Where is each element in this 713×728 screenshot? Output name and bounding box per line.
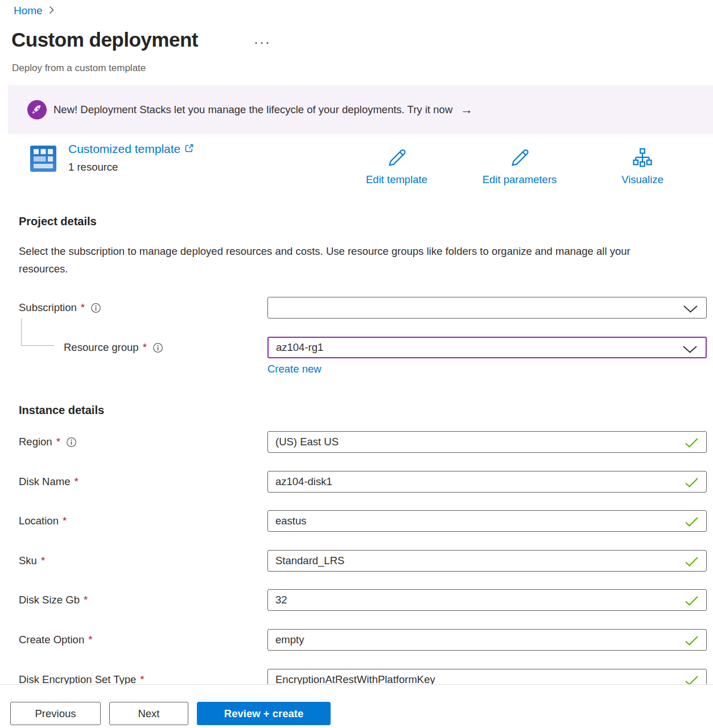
required-asterisk: * bbox=[56, 436, 60, 448]
location-row: Location * eastus bbox=[0, 510, 713, 532]
required-asterisk: * bbox=[41, 555, 45, 567]
edit-template-button[interactable]: Edit template bbox=[348, 147, 445, 186]
template-icon bbox=[30, 145, 57, 175]
page-subtitle: Deploy from a custom template bbox=[12, 63, 146, 74]
disk-size-input[interactable]: 32 bbox=[267, 589, 707, 611]
org-chart-icon bbox=[631, 162, 654, 171]
resource-group-label: Resource group * bbox=[64, 337, 163, 358]
sku-row: Sku * Standard_LRS bbox=[0, 550, 713, 572]
disk-size-label: Disk Size Gb * bbox=[19, 589, 88, 611]
pencil-icon bbox=[508, 162, 531, 171]
rocket-icon bbox=[27, 100, 47, 119]
review-create-button[interactable]: Review + create bbox=[197, 702, 331, 725]
location-label: Location * bbox=[19, 510, 67, 532]
visualize-label: Visualize bbox=[594, 173, 691, 186]
create-new-link[interactable]: Create new bbox=[267, 363, 322, 375]
more-menu-icon[interactable]: ··· bbox=[254, 34, 271, 50]
region-label: Region * bbox=[19, 431, 77, 453]
valid-check-icon bbox=[685, 595, 699, 609]
edit-template-label: Edit template bbox=[348, 173, 445, 186]
disk-size-row: Disk Size Gb * 32 bbox=[0, 589, 713, 611]
instance-details-heading: Instance details bbox=[19, 404, 104, 417]
customized-template-link[interactable]: Customized template bbox=[68, 142, 194, 156]
info-icon[interactable] bbox=[66, 437, 77, 448]
info-icon[interactable] bbox=[90, 303, 101, 313]
required-asterisk: * bbox=[74, 475, 78, 488]
disk-name-input[interactable]: az104-disk1 bbox=[267, 471, 707, 493]
banner-message: New! Deployment Stacks let you manage th… bbox=[53, 104, 452, 116]
custom-deployment-page: Home Custom deployment ··· Deploy from a… bbox=[0, 0, 713, 728]
deployment-stacks-banner[interactable]: New! Deployment Stacks let you manage th… bbox=[8, 85, 713, 134]
external-link-icon bbox=[184, 142, 194, 156]
chevron-down-icon bbox=[683, 304, 698, 316]
disk-name-row: Disk Name * az104-disk1 bbox=[0, 471, 713, 493]
subscription-dropdown[interactable] bbox=[267, 297, 707, 318]
disk-name-label: Disk Name * bbox=[19, 471, 79, 493]
valid-check-icon bbox=[685, 635, 699, 649]
region-row: Region * (US) East US bbox=[0, 431, 713, 453]
create-option-row: Create Option * empty bbox=[0, 629, 713, 651]
info-icon[interactable] bbox=[153, 342, 163, 353]
resource-group-row: Resource group * az104-rg1 bbox=[0, 337, 713, 358]
required-asterisk: * bbox=[143, 341, 147, 354]
customized-template-label: Customized template bbox=[68, 142, 180, 156]
create-option-label: Create Option * bbox=[19, 629, 92, 651]
valid-check-icon bbox=[685, 556, 699, 570]
chevron-down-icon bbox=[682, 344, 698, 357]
banner-arrow-icon: → bbox=[460, 102, 473, 117]
required-asterisk: * bbox=[81, 301, 85, 314]
page-title: Custom deployment bbox=[11, 28, 198, 51]
location-input[interactable]: eastus bbox=[267, 510, 707, 532]
edit-parameters-button[interactable]: Edit parameters bbox=[471, 147, 568, 186]
region-input[interactable]: (US) East US bbox=[267, 431, 707, 453]
wizard-footer: Previous Next Review + create bbox=[0, 684, 713, 728]
subscription-row: Subscription * bbox=[0, 297, 713, 318]
valid-check-icon bbox=[685, 516, 699, 530]
breadcrumb-home-link[interactable]: Home bbox=[14, 5, 43, 17]
sku-label: Sku * bbox=[19, 550, 45, 572]
edit-parameters-label: Edit parameters bbox=[471, 173, 568, 186]
required-asterisk: * bbox=[88, 634, 92, 646]
subscription-label: Subscription * bbox=[19, 297, 101, 318]
valid-check-icon bbox=[685, 437, 699, 451]
next-button[interactable]: Next bbox=[109, 702, 188, 725]
resource-group-dropdown[interactable]: az104-rg1 bbox=[267, 337, 707, 358]
required-asterisk: * bbox=[84, 594, 88, 606]
previous-button[interactable]: Previous bbox=[10, 702, 101, 725]
pencil-icon bbox=[385, 162, 408, 171]
project-details-description: Select the subscription to manage deploy… bbox=[19, 242, 673, 278]
sku-input[interactable]: Standard_LRS bbox=[267, 550, 707, 572]
visualize-button[interactable]: Visualize bbox=[594, 147, 691, 186]
breadcrumb-chevron-icon bbox=[48, 5, 55, 17]
resource-count: 1 resource bbox=[68, 161, 118, 173]
required-asterisk: * bbox=[63, 515, 67, 527]
breadcrumb: Home bbox=[14, 5, 55, 17]
valid-check-icon bbox=[685, 477, 699, 491]
project-details-heading: Project details bbox=[19, 215, 97, 228]
create-option-input[interactable]: empty bbox=[267, 629, 707, 651]
